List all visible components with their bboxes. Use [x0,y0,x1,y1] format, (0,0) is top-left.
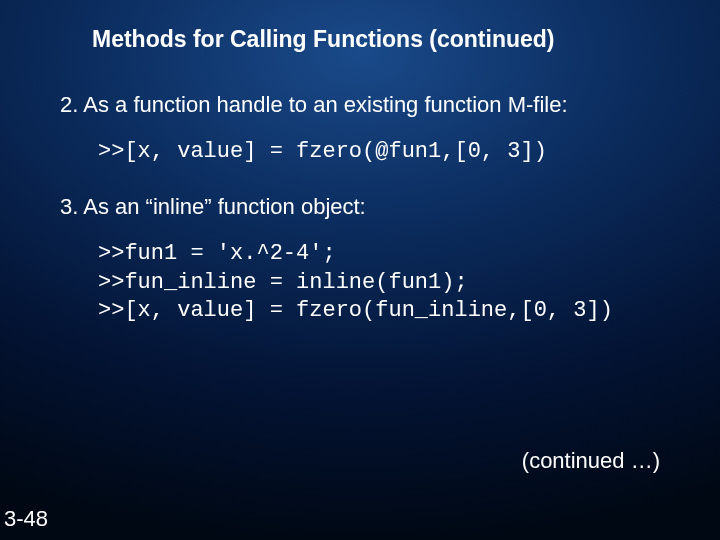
page-number: 3-48 [4,506,48,532]
list-item: 3. As an “inline” function object: [60,192,680,222]
continued-label: (continued …) [522,448,660,474]
slide-title: Methods for Calling Functions (continued… [92,26,555,53]
code-block: >>fun1 = 'x.^2-4'; >>fun_inline = inline… [60,240,680,326]
list-item: 2. As a function handle to an existing f… [60,90,680,120]
slide: Methods for Calling Functions (continued… [0,0,720,540]
slide-body: 2. As a function handle to an existing f… [60,90,680,352]
code-block: >>[x, value] = fzero(@fun1,[0, 3]) [60,138,680,167]
